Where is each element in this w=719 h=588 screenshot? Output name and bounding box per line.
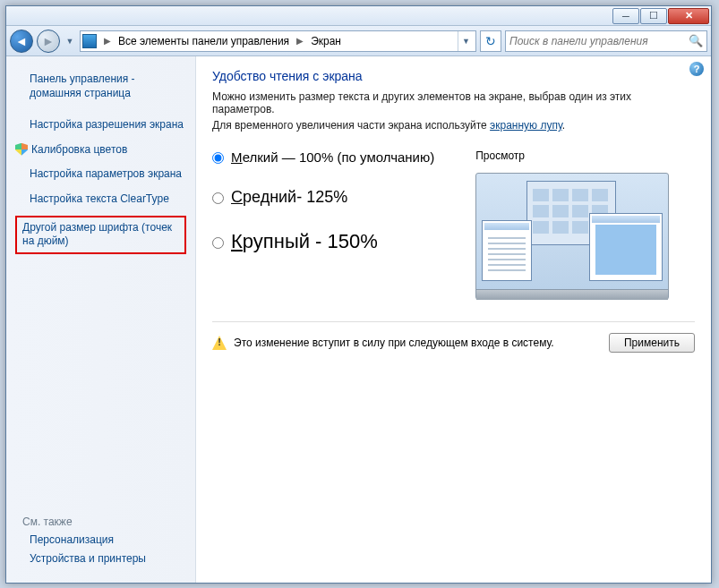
help-icon[interactable]: ? <box>689 62 704 76</box>
search-icon[interactable]: 🔍 <box>689 34 703 47</box>
sidebar-item-label: Калибровка цветов <box>31 143 127 158</box>
magnifier-link[interactable]: экранную лупу <box>490 119 562 132</box>
radio-medium-input[interactable] <box>212 192 224 204</box>
see-also-section: См. также Персонализация Устройства и пр… <box>15 505 186 572</box>
preview-monitor <box>475 173 669 300</box>
preview-label: Просмотр <box>475 149 695 162</box>
description-2b: . <box>562 119 565 132</box>
minimize-button[interactable]: ─ <box>612 8 639 24</box>
sidebar-item-display-settings[interactable]: Настройка параметров экрана <box>30 167 186 182</box>
radio-small-input[interactable] <box>212 152 224 164</box>
see-also-header: См. также <box>22 516 186 528</box>
search-box[interactable]: 🔍 <box>505 30 707 52</box>
sidebar-item-resolution[interactable]: Настройка разрешения экрана <box>30 118 186 132</box>
maximize-button[interactable]: ☐ <box>640 8 667 24</box>
display-settings-window: ─ ☐ ✕ ◄ ► ▼ ▶ Все элементы панели управл… <box>5 5 712 584</box>
radio-large-label: Крупный - 150% <box>231 230 378 253</box>
refresh-button[interactable]: ↻ <box>480 30 501 52</box>
navigation-bar: ◄ ► ▼ ▶ Все элементы панели управления ▶… <box>6 26 711 56</box>
seealso-personalization[interactable]: Персонализация <box>30 533 186 548</box>
control-panel-icon <box>82 34 97 48</box>
forward-button[interactable]: ► <box>37 30 60 53</box>
sidebar-item-color-calibration[interactable]: Калибровка цветов <box>15 143 186 158</box>
chevron-right-icon: ▶ <box>295 36 305 46</box>
warning-icon <box>212 336 227 350</box>
sidebar: Панель управления - домашняя страница На… <box>6 56 196 583</box>
radio-medium[interactable]: Средний- 125% <box>212 188 434 207</box>
radio-large[interactable]: Крупный - 150% <box>212 230 434 253</box>
close-button[interactable]: ✕ <box>668 8 709 24</box>
sidebar-item-custom-dpi[interactable]: Другой размер шрифта (точек на дюйм) <box>22 221 179 249</box>
warning-text: Это изменение вступит в силу при следующ… <box>234 337 554 349</box>
seealso-devices-printers[interactable]: Устройства и принтеры <box>30 552 186 567</box>
radio-small[interactable]: Мелкий — 100% (по умолчанию) <box>212 149 434 165</box>
breadcrumb-leaf[interactable]: Экран <box>307 35 345 47</box>
radio-medium-label: Средний- 125% <box>231 188 347 207</box>
titlebar: ─ ☐ ✕ <box>6 6 711 26</box>
chevron-right-icon: ▶ <box>102 36 113 46</box>
size-radio-group: Мелкий — 100% (по умолчанию) Средний- 12… <box>212 149 434 300</box>
breadcrumb[interactable]: ▶ Все элементы панели управления ▶ Экран… <box>80 30 476 52</box>
description-2a: Для временного увеличения части экрана и… <box>212 119 490 132</box>
description-1: Можно изменить размер текста и других эл… <box>212 90 695 115</box>
path-dropdown[interactable]: ▼ <box>458 31 474 51</box>
breadcrumb-root[interactable]: Все элементы панели управления <box>115 35 293 47</box>
shield-icon <box>15 143 28 156</box>
back-button[interactable]: ◄ <box>10 30 33 53</box>
description-2: Для временного увеличения части экрана и… <box>212 119 695 132</box>
history-dropdown[interactable]: ▼ <box>64 30 76 53</box>
page-title: Удобство чтения с экрана <box>212 69 695 83</box>
search-input[interactable] <box>509 35 689 47</box>
radio-large-input[interactable] <box>212 237 224 249</box>
main-content: ? Удобство чтения с экрана Можно изменит… <box>196 56 711 583</box>
sidebar-item-custom-dpi-highlighted: Другой размер шрифта (точек на дюйм) <box>15 216 186 254</box>
apply-button[interactable]: Применить <box>609 333 695 353</box>
sidebar-item-cleartype[interactable]: Настройка текста ClearType <box>30 192 186 207</box>
radio-small-label: Мелкий — 100% (по умолчанию) <box>231 149 434 165</box>
control-panel-home-link[interactable]: Панель управления - домашняя страница <box>30 72 186 100</box>
